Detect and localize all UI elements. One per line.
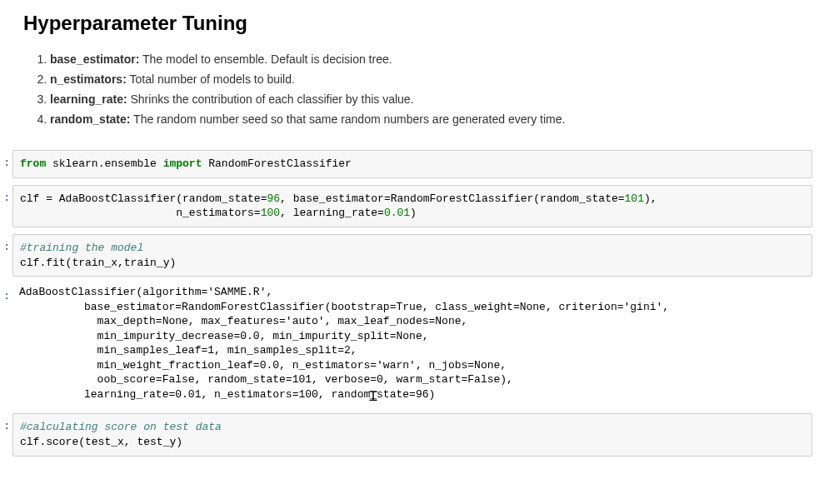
- code-cell: : clf = AdaBoostClassifier(random_state=…: [0, 185, 812, 227]
- param-name: random_state:: [50, 112, 130, 126]
- list-item: random_state: The random number seed so …: [50, 110, 812, 129]
- param-name: n_estimators:: [50, 72, 127, 86]
- code-content: #training the model clf.fit(train_x,trai…: [20, 241, 805, 270]
- code-cell: : #calculating score on test data clf.sc…: [0, 413, 812, 456]
- param-desc: The model to ensemble. Default is decisi…: [139, 52, 392, 66]
- code-output-area: AdaBoostClassifier(algorithm='SAMME.R', …: [12, 283, 812, 407]
- hyperparameter-list: base_estimator: The model to ensemble. D…: [33, 50, 812, 129]
- list-item: n_estimators: Total number of models to …: [50, 70, 812, 89]
- input-prompt: :: [0, 413, 12, 432]
- output-content: AdaBoostClassifier(algorithm='SAMME.R', …: [19, 285, 806, 402]
- param-desc: Total number of models to build.: [127, 72, 295, 86]
- code-cell: : from sklearn.ensemble import RandomFor…: [0, 150, 812, 178]
- param-name: base_estimator:: [50, 52, 139, 66]
- code-content: from sklearn.ensemble import RandomFores…: [20, 157, 805, 172]
- output-cell: : AdaBoostClassifier(algorithm='SAMME.R'…: [0, 283, 812, 407]
- code-cell: : #training the model clf.fit(train_x,tr…: [0, 234, 812, 277]
- page-title: Hyperparameter Tuning: [23, 12, 812, 35]
- output-prompt: :: [0, 283, 12, 302]
- code-input-area[interactable]: #calculating score on test data clf.scor…: [12, 413, 812, 456]
- param-name: learning_rate:: [50, 92, 127, 106]
- list-item: base_estimator: The model to ensemble. D…: [50, 50, 812, 69]
- code-input-area[interactable]: #training the model clf.fit(train_x,trai…: [12, 234, 812, 277]
- code-content: #calculating score on test data clf.scor…: [20, 420, 805, 449]
- code-content: clf = AdaBoostClassifier(random_state=96…: [20, 192, 805, 221]
- code-input-area[interactable]: clf = AdaBoostClassifier(random_state=96…: [12, 185, 812, 227]
- param-desc: Shrinks the contribution of each classif…: [127, 92, 414, 106]
- input-prompt: :: [0, 234, 12, 253]
- code-input-area[interactable]: from sklearn.ensemble import RandomFores…: [12, 150, 812, 178]
- input-prompt: :: [0, 185, 12, 204]
- param-desc: The random number seed so that same rand…: [130, 112, 565, 126]
- input-prompt: :: [0, 150, 12, 169]
- list-item: learning_rate: Shrinks the contribution …: [50, 90, 812, 109]
